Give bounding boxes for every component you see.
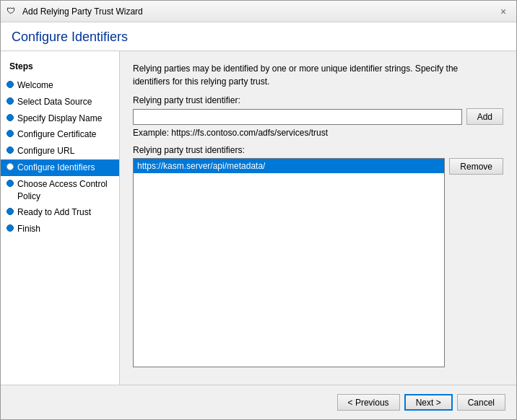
step-dot-display [6, 114, 14, 121]
step-label-cert: Configure Certificate [17, 128, 96, 141]
step-label-finish: Finish [17, 223, 40, 235]
sidebar-item-configure-certificate[interactable]: Configure Certificate [1, 126, 119, 143]
step-label-identifiers: Configure Identifiers [17, 162, 95, 174]
close-button[interactable]: × [496, 4, 511, 19]
identifier-label: Relying party trust identifier: [133, 95, 503, 105]
step-label-select: Select Data Source [17, 96, 92, 108]
step-dot-identifiers [6, 163, 14, 170]
sidebar-item-finish[interactable]: Finish [1, 221, 119, 237]
title-bar: 🛡 Add Relying Party Trust Wizard × [1, 1, 516, 22]
sidebar-item-configure-identifiers[interactable]: Configure Identifiers [1, 159, 119, 176]
dialog-window: 🛡 Add Relying Party Trust Wizard × Confi… [0, 0, 517, 420]
step-dot-access [6, 180, 14, 187]
sidebar-item-welcome[interactable]: Welcome [1, 77, 119, 94]
title-bar-left: 🛡 Add Relying Party Trust Wizard [6, 6, 143, 17]
identifier-field-section: Relying party trust identifier: Add Exam… [133, 95, 503, 138]
step-dot-url [6, 146, 14, 154]
step-label-url: Configure URL [17, 145, 74, 157]
title-bar-text: Add Relying Party Trust Wizard [22, 6, 143, 17]
wizard-icon: 🛡 [6, 6, 18, 17]
identifiers-list-label: Relying party trust identifiers: [133, 145, 503, 155]
add-button[interactable]: Add [466, 108, 503, 125]
next-button[interactable]: Next > [404, 394, 453, 411]
sidebar: Steps Welcome Select Data Source Specify… [1, 51, 120, 385]
step-label-welcome: Welcome [17, 79, 53, 92]
steps-label: Steps [1, 58, 119, 77]
content-area: Steps Welcome Select Data Source Specify… [1, 51, 516, 385]
step-dot-cert [6, 130, 14, 137]
example-text: Example: https://fs.contoso.com/adfs/ser… [133, 128, 503, 138]
cancel-button[interactable]: Cancel [457, 394, 505, 411]
identifier-input-row: Add [133, 108, 503, 125]
footer: < Previous Next > Cancel [1, 385, 516, 419]
step-dot-ready [6, 208, 14, 215]
sidebar-item-select-data-source[interactable]: Select Data Source [1, 94, 119, 110]
sidebar-item-specify-display-name[interactable]: Specify Display Name [1, 110, 119, 127]
main-panel: Relying parties may be identified by one… [120, 51, 516, 385]
previous-button[interactable]: < Previous [337, 394, 400, 411]
description-text: Relying parties may be identified by one… [133, 62, 479, 88]
sidebar-item-ready-to-add[interactable]: Ready to Add Trust [1, 204, 119, 221]
sidebar-item-choose-access-control[interactable]: Choose Access Control Policy [1, 176, 119, 205]
sidebar-item-configure-url[interactable]: Configure URL [1, 143, 119, 159]
step-label-access: Choose Access Control Policy [17, 178, 113, 203]
step-dot-select [6, 97, 14, 105]
step-dot-finish [6, 224, 14, 232]
page-title: Configure Identifiers [1, 22, 516, 51]
identifier-item[interactable]: https://kasm.server/api/metadata/ [134, 159, 444, 173]
identifiers-list-section: Relying party trust identifiers: https:/… [133, 145, 503, 367]
step-label-display: Specify Display Name [17, 113, 102, 125]
remove-button[interactable]: Remove [449, 158, 503, 175]
identifiers-list[interactable]: https://kasm.server/api/metadata/ [133, 158, 445, 367]
step-label-ready: Ready to Add Trust [17, 206, 91, 219]
step-dot-welcome [6, 81, 14, 88]
identifier-input[interactable] [133, 109, 462, 125]
identifiers-section: https://kasm.server/api/metadata/ Remove [133, 158, 503, 367]
